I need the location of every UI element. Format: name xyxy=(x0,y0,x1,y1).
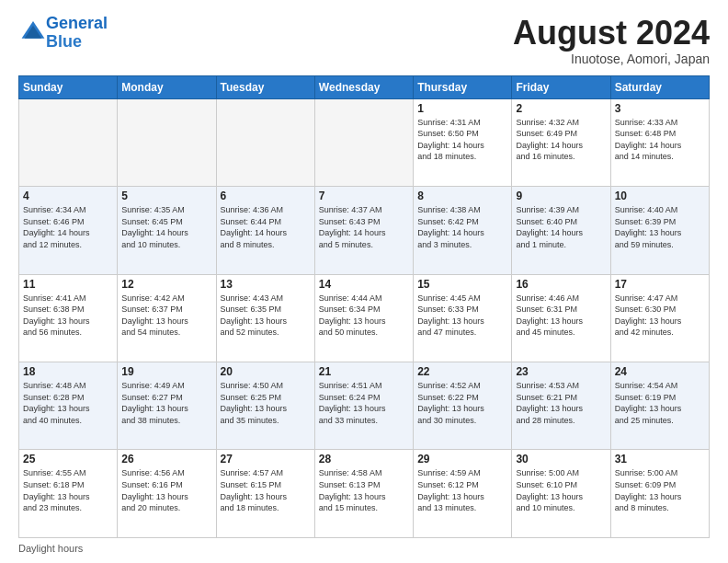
page: General Blue August 2024 Inuotose, Aomor… xyxy=(0,0,728,563)
day-number: 7 xyxy=(319,190,409,202)
day-info: Sunrise: 4:41 AM Sunset: 6:38 PM Dayligh… xyxy=(23,293,113,339)
calendar-cell: 8Sunrise: 4:38 AM Sunset: 6:42 PM Daylig… xyxy=(414,187,512,274)
calendar-cell: 3Sunrise: 4:33 AM Sunset: 6:48 PM Daylig… xyxy=(610,98,709,186)
col-wednesday: Wednesday xyxy=(314,75,413,98)
day-number: 14 xyxy=(319,278,409,291)
day-info: Sunrise: 5:00 AM Sunset: 6:09 PM Dayligh… xyxy=(615,467,705,513)
day-number: 16 xyxy=(516,278,606,291)
day-number: 30 xyxy=(516,453,606,465)
day-info: Sunrise: 4:31 AM Sunset: 6:50 PM Dayligh… xyxy=(417,117,507,163)
calendar-cell: 11Sunrise: 4:41 AM Sunset: 6:38 PM Dayli… xyxy=(19,274,118,362)
calendar-cell: 23Sunrise: 4:53 AM Sunset: 6:21 PM Dayli… xyxy=(512,362,610,450)
day-number: 22 xyxy=(417,365,507,378)
calendar-cell: 1Sunrise: 4:31 AM Sunset: 6:50 PM Daylig… xyxy=(414,98,512,186)
day-number: 28 xyxy=(319,453,409,465)
calendar-week-row-3: 18Sunrise: 4:48 AM Sunset: 6:28 PM Dayli… xyxy=(19,362,710,450)
day-number: 19 xyxy=(121,365,211,378)
daylight-label: Daylight hours xyxy=(18,543,83,554)
day-number: 9 xyxy=(516,190,606,202)
day-info: Sunrise: 4:57 AM Sunset: 6:15 PM Dayligh… xyxy=(221,467,311,513)
col-thursday: Thursday xyxy=(414,75,512,98)
subtitle: Inuotose, Aomori, Japan xyxy=(513,52,710,66)
day-number: 31 xyxy=(615,453,705,465)
col-tuesday: Tuesday xyxy=(216,75,314,98)
day-info: Sunrise: 4:52 AM Sunset: 6:22 PM Dayligh… xyxy=(417,380,507,426)
calendar-cell: 7Sunrise: 4:37 AM Sunset: 6:43 PM Daylig… xyxy=(314,187,413,274)
day-info: Sunrise: 4:55 AM Sunset: 6:18 PM Dayligh… xyxy=(23,467,113,513)
day-number: 27 xyxy=(221,453,311,465)
day-number: 24 xyxy=(615,365,705,378)
day-number: 2 xyxy=(516,102,606,115)
calendar-cell: 2Sunrise: 4:32 AM Sunset: 6:49 PM Daylig… xyxy=(512,98,610,186)
day-info: Sunrise: 4:46 AM Sunset: 6:31 PM Dayligh… xyxy=(516,293,606,339)
logo-text: General Blue xyxy=(46,15,108,52)
calendar-cell xyxy=(314,98,413,186)
day-info: Sunrise: 4:35 AM Sunset: 6:45 PM Dayligh… xyxy=(121,204,211,250)
calendar-week-row-4: 25Sunrise: 4:55 AM Sunset: 6:18 PM Dayli… xyxy=(19,450,710,538)
calendar-cell: 18Sunrise: 4:48 AM Sunset: 6:28 PM Dayli… xyxy=(19,362,118,450)
calendar-cell xyxy=(216,98,314,186)
logo: General Blue xyxy=(18,15,108,52)
day-info: Sunrise: 4:45 AM Sunset: 6:33 PM Dayligh… xyxy=(417,293,507,339)
calendar-cell: 28Sunrise: 4:58 AM Sunset: 6:13 PM Dayli… xyxy=(314,450,413,538)
day-info: Sunrise: 4:59 AM Sunset: 6:12 PM Dayligh… xyxy=(417,467,507,513)
day-info: Sunrise: 4:56 AM Sunset: 6:16 PM Dayligh… xyxy=(121,467,211,513)
day-number: 12 xyxy=(121,278,211,291)
calendar-cell: 26Sunrise: 4:56 AM Sunset: 6:16 PM Dayli… xyxy=(118,450,216,538)
day-number: 29 xyxy=(417,453,507,465)
calendar-cell: 31Sunrise: 5:00 AM Sunset: 6:09 PM Dayli… xyxy=(610,450,709,538)
logo-blue: Blue xyxy=(46,32,82,51)
calendar-cell: 27Sunrise: 4:57 AM Sunset: 6:15 PM Dayli… xyxy=(216,450,314,538)
calendar-week-row-1: 4Sunrise: 4:34 AM Sunset: 6:46 PM Daylig… xyxy=(19,187,710,274)
day-info: Sunrise: 4:50 AM Sunset: 6:25 PM Dayligh… xyxy=(221,380,311,426)
calendar-week-row-2: 11Sunrise: 4:41 AM Sunset: 6:38 PM Dayli… xyxy=(19,274,710,362)
day-number: 4 xyxy=(23,190,113,202)
calendar-table: Sunday Monday Tuesday Wednesday Thursday… xyxy=(18,75,710,538)
day-number: 15 xyxy=(417,278,507,291)
logo-icon xyxy=(20,18,46,44)
day-info: Sunrise: 4:33 AM Sunset: 6:48 PM Dayligh… xyxy=(615,117,705,163)
day-info: Sunrise: 4:38 AM Sunset: 6:42 PM Dayligh… xyxy=(417,204,507,250)
day-number: 21 xyxy=(319,365,409,378)
day-number: 6 xyxy=(221,190,311,202)
day-info: Sunrise: 4:34 AM Sunset: 6:46 PM Dayligh… xyxy=(23,204,113,250)
calendar-cell: 30Sunrise: 5:00 AM Sunset: 6:10 PM Dayli… xyxy=(512,450,610,538)
header: General Blue August 2024 Inuotose, Aomor… xyxy=(18,15,710,66)
day-info: Sunrise: 5:00 AM Sunset: 6:10 PM Dayligh… xyxy=(516,467,606,513)
main-title: August 2024 xyxy=(513,15,710,52)
calendar-cell: 20Sunrise: 4:50 AM Sunset: 6:25 PM Dayli… xyxy=(216,362,314,450)
day-info: Sunrise: 4:49 AM Sunset: 6:27 PM Dayligh… xyxy=(121,380,211,426)
calendar-cell xyxy=(118,98,216,186)
col-monday: Monday xyxy=(118,75,216,98)
day-info: Sunrise: 4:36 AM Sunset: 6:44 PM Dayligh… xyxy=(221,204,311,250)
day-number: 25 xyxy=(23,453,113,465)
day-info: Sunrise: 4:53 AM Sunset: 6:21 PM Dayligh… xyxy=(516,380,606,426)
day-number: 8 xyxy=(417,190,507,202)
footer: Daylight hours xyxy=(18,543,710,554)
day-number: 5 xyxy=(121,190,211,202)
calendar-cell: 15Sunrise: 4:45 AM Sunset: 6:33 PM Dayli… xyxy=(414,274,512,362)
title-block: August 2024 Inuotose, Aomori, Japan xyxy=(513,15,710,66)
calendar-cell: 29Sunrise: 4:59 AM Sunset: 6:12 PM Dayli… xyxy=(414,450,512,538)
col-saturday: Saturday xyxy=(610,75,709,98)
day-info: Sunrise: 4:37 AM Sunset: 6:43 PM Dayligh… xyxy=(319,204,409,250)
day-info: Sunrise: 4:58 AM Sunset: 6:13 PM Dayligh… xyxy=(319,467,409,513)
day-info: Sunrise: 4:47 AM Sunset: 6:30 PM Dayligh… xyxy=(615,293,705,339)
day-number: 18 xyxy=(23,365,113,378)
calendar-cell: 12Sunrise: 4:42 AM Sunset: 6:37 PM Dayli… xyxy=(118,274,216,362)
day-number: 3 xyxy=(615,102,705,115)
calendar-cell: 10Sunrise: 4:40 AM Sunset: 6:39 PM Dayli… xyxy=(610,187,709,274)
day-number: 10 xyxy=(615,190,705,202)
calendar-cell: 17Sunrise: 4:47 AM Sunset: 6:30 PM Dayli… xyxy=(610,274,709,362)
day-info: Sunrise: 4:44 AM Sunset: 6:34 PM Dayligh… xyxy=(319,293,409,339)
day-info: Sunrise: 4:51 AM Sunset: 6:24 PM Dayligh… xyxy=(319,380,409,426)
calendar-cell: 6Sunrise: 4:36 AM Sunset: 6:44 PM Daylig… xyxy=(216,187,314,274)
calendar-cell: 16Sunrise: 4:46 AM Sunset: 6:31 PM Dayli… xyxy=(512,274,610,362)
day-info: Sunrise: 4:54 AM Sunset: 6:19 PM Dayligh… xyxy=(615,380,705,426)
calendar-cell: 19Sunrise: 4:49 AM Sunset: 6:27 PM Dayli… xyxy=(118,362,216,450)
day-info: Sunrise: 4:43 AM Sunset: 6:35 PM Dayligh… xyxy=(221,293,311,339)
day-info: Sunrise: 4:40 AM Sunset: 6:39 PM Dayligh… xyxy=(615,204,705,250)
calendar-cell: 4Sunrise: 4:34 AM Sunset: 6:46 PM Daylig… xyxy=(19,187,118,274)
calendar-cell: 5Sunrise: 4:35 AM Sunset: 6:45 PM Daylig… xyxy=(118,187,216,274)
day-info: Sunrise: 4:39 AM Sunset: 6:40 PM Dayligh… xyxy=(516,204,606,250)
